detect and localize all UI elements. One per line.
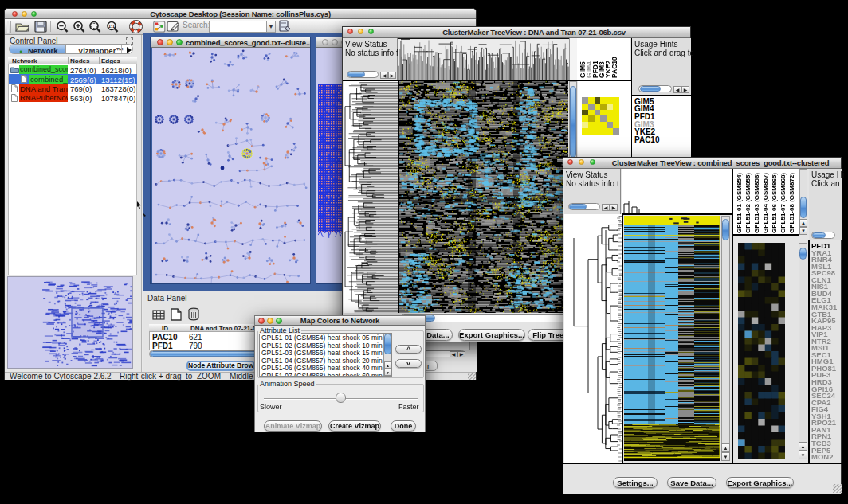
svg-text:1:1: 1:1 — [108, 23, 115, 28]
